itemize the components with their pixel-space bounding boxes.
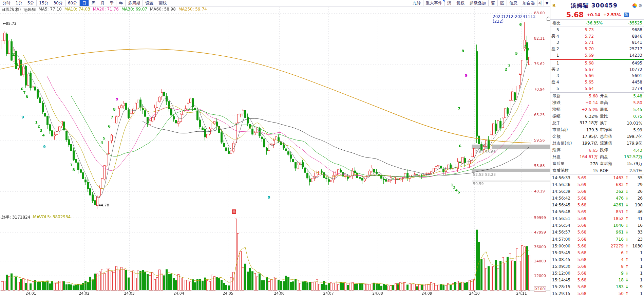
kline-chart-canvas[interactable] [0,6,550,297]
button-region[interactable]: 区 [497,0,507,6]
trade-count: 1 [629,264,643,269]
trade-price: 5.69 [573,209,591,214]
trade-row: 15:05:455.686↑1 [550,249,644,256]
button-demo[interactable]: 演 [444,0,454,6]
order-book-row[interactable]: 55.739688 [550,27,644,33]
order-book-row[interactable]: 卖45.728846 [550,33,644,40]
button-window[interactable]: 窗 [488,0,497,6]
trade-count: 1 [629,278,643,282]
up-arrow-icon: ↑ [625,250,629,255]
button-major-events[interactable]: 重大事件 [423,0,444,6]
up-arrow-icon: ↑ [625,291,629,296]
trade-price: 5.68 [573,244,591,248]
button-settings[interactable]: 设置 [143,0,156,6]
down-arrow-icon: ↓ [625,189,629,194]
order-book-row[interactable]: 15.6914233 [550,52,644,58]
tab-multi-period[interactable]: 多周期 [125,0,143,6]
stat-value: +2.53% [573,107,598,112]
dropdown-icon[interactable]: ▼ [544,0,550,6]
stat-value: 278 [573,162,598,166]
button-draw-line[interactable]: 画线 [156,0,169,6]
order-book-row[interactable]: 35.718141 [550,39,644,46]
stat-label: 总市值(合) [552,141,573,146]
margin-flag: R [552,3,555,8]
book-volume: 6495 [618,61,644,66]
trade-price: 5.69 [573,182,591,187]
trade-time: 15:29:15 [552,291,573,296]
button-add-watchlist[interactable]: 加自选 [520,0,537,6]
trade-volume: 1046 [591,223,625,228]
stat-label: 市盈(动) [552,127,573,133]
trade-row: 15:14:455.6818↓1 [550,277,644,283]
button-adjust-rights[interactable]: 复权 [454,0,467,6]
trade-row: 14:56:365.69683↑29 [550,181,644,188]
stat-label: 开盘 [600,93,618,99]
tab-year[interactable]: 年 [116,0,125,6]
stock-title[interactable]: 汤姆猫 300459 [555,2,632,10]
collapse-panel-icon[interactable]: ➔▏ [537,0,544,6]
order-book-row[interactable]: 盘45.654458 [550,79,644,86]
trade-price: 5.69 [573,175,591,180]
tab-day[interactable]: 日 [79,0,89,6]
stat-label: 涨停 [552,147,573,153]
stat-label: 流通值 [600,141,618,146]
tab-15min[interactable]: 15分 [36,0,51,6]
tab-quarter[interactable]: 季 [107,0,116,6]
trade-row: 14:57:005.68716↓23 [550,236,644,243]
down-arrow-icon: ↓ [625,278,629,282]
trade-count: 26 [629,196,643,201]
trade-row: 15:28:155.68183↓9 [550,283,644,290]
trade-time: 14:56:39 [552,189,573,194]
trade-time: 14:56:45 [552,203,573,207]
stock-app-window: 分时1分5分15分30分60分日周月季年多周期设置画线 九转重大事件演复权超级叠… [0,0,644,297]
down-arrow-icon: ↓ [625,271,629,276]
trade-count: 41 [629,216,643,221]
button-info[interactable]: 信息 [507,0,520,6]
tab-week[interactable]: 周 [89,0,98,6]
stat-label: 盘后笔数 [552,168,573,173]
trade-row: 14:56:395.68362↓26 [550,188,644,195]
stat-value: +0.14 [573,100,598,105]
down-arrow-icon: ↓ [625,196,629,201]
order-book-row[interactable]: 35.665601 [550,73,644,79]
tab-60min[interactable]: 60分 [65,0,79,6]
trade-row: 14:56:455.684261↓190 [550,202,644,208]
stat-value: 179.3 [573,128,598,132]
stat-value: 5.99 [618,128,642,132]
trade-price: 5.68 [573,291,591,296]
order-book-row[interactable]: 买25.6710772 [550,67,644,73]
price-change: +0.14 [587,13,600,17]
order-book-row[interactable]: 55.643774 [550,85,644,92]
stat-value: 17.95亿 [573,134,598,140]
trade-list[interactable]: 14:56:335.691463↑5514:56:365.69683↑2914:… [550,174,644,297]
order-book-row[interactable]: 盘25.7025717 [550,46,644,52]
stat-value: 5.48 [618,94,642,98]
gear-icon[interactable]: ⚙ [638,3,642,8]
trade-count: 55 [629,175,643,180]
trade-time: 15:05:45 [552,250,573,255]
order-book-row[interactable]: 15.686495 [550,60,644,67]
book-level: 3 [556,73,561,78]
trade-volume: 4261 [591,203,625,207]
stat-value: 164.61万 [573,154,598,160]
tab-5min[interactable]: 5分 [25,0,37,6]
stat-value: 199.7亿 [573,141,598,146]
trade-price: 5.68 [573,271,591,276]
tab-30min[interactable]: 30分 [51,0,65,6]
pie-chart-icon[interactable] [632,3,637,8]
tab-1min[interactable]: 1分 [13,0,25,6]
book-level: 5 [556,86,561,91]
stat-value: 317.18万 [573,120,598,126]
tab-month[interactable]: 月 [98,0,107,6]
trade-price: 5.68 [573,264,591,269]
trade-time: 15:28:15 [552,284,573,289]
trade-volume: 961 [591,230,625,235]
button-nine-turn[interactable]: 九转 [410,0,423,6]
book-volume: 8141 [618,40,644,45]
book-price: 5.64 [561,86,618,91]
book-price: 5.71 [561,40,618,45]
stat-value: 6.32% [573,114,598,119]
tab-minute[interactable]: 分时 [0,0,13,6]
up-arrow-icon: ↑ [625,216,629,221]
button-super-overlay[interactable]: 超级叠加 [467,0,488,6]
